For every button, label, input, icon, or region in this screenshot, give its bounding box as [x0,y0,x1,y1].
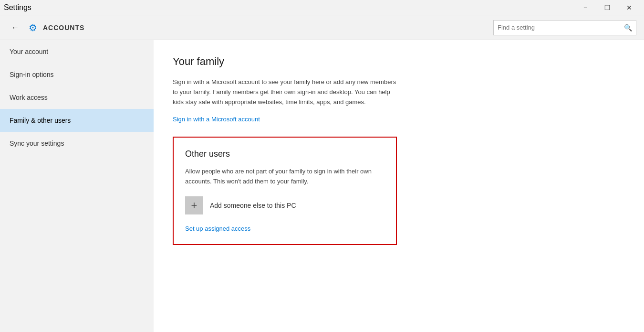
gear-icon: ⚙ [29,22,37,33]
add-user-row: + Add someone else to this PC [185,196,384,214]
maximize-button[interactable]: ❐ [596,0,618,15]
sidebar-item-label: Work access [10,94,48,101]
sidebar-item-label: Family & other users [10,117,71,124]
sidebar-item-sync-settings[interactable]: Sync your settings [0,132,154,155]
minimize-button[interactable]: − [574,0,596,15]
sidebar-item-label: Sign-in options [10,71,54,78]
title-bar: Settings − ❐ ✕ [0,0,644,15]
search-input[interactable] [498,24,624,31]
header-left: ← ⚙ ACCOUNTS [8,20,84,35]
other-users-description: Allow people who are not part of your fa… [185,167,384,187]
add-user-label: Add someone else to this PC [210,202,296,209]
sidebar-item-family-other-users[interactable]: Family & other users [0,109,154,132]
sidebar-item-label: Sync your settings [10,139,64,147]
close-button[interactable]: ✕ [618,0,640,15]
header-bar: ← ⚙ ACCOUNTS 🔍 [0,15,644,40]
search-box: 🔍 [493,20,636,35]
header-title: ACCOUNTS [43,24,84,32]
title-bar-left: Settings [4,3,31,12]
add-user-button[interactable]: + [185,196,203,214]
sidebar-item-label: Your account [10,48,48,55]
sidebar: Your account Sign-in options Work access… [0,40,154,332]
other-users-box: Other users Allow people who are not par… [173,137,397,245]
sidebar-item-work-access[interactable]: Work access [0,86,154,109]
sidebar-item-sign-in-options[interactable]: Sign-in options [0,63,154,86]
search-icon: 🔍 [624,24,632,32]
assigned-access-link[interactable]: Set up assigned access [185,225,250,232]
title-bar-title: Settings [4,3,31,12]
main-content: Your account Sign-in options Work access… [0,40,644,332]
other-users-title: Other users [185,149,384,159]
content-area: Your family Sign in with a Microsoft acc… [154,40,644,332]
back-button[interactable]: ← [8,20,23,35]
sidebar-item-your-account[interactable]: Your account [0,40,154,63]
page-title: Your family [173,55,625,68]
title-bar-controls: − ❐ ✕ [574,0,640,15]
family-description: Sign in with a Microsoft account to see … [173,77,397,107]
sign-in-microsoft-link[interactable]: Sign in with a Microsoft account [173,116,260,123]
